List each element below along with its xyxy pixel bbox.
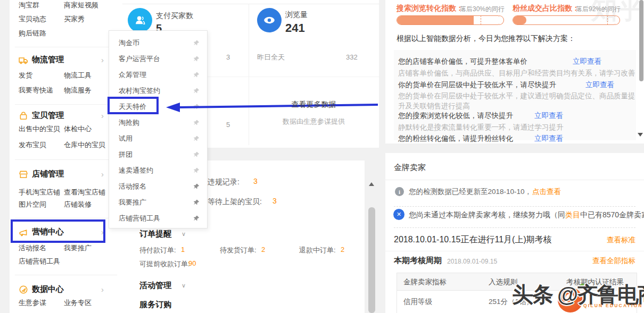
menu-item-label: 我要推广 <box>119 198 146 207</box>
sidebar-link[interactable]: 生意参谋 <box>19 298 46 308</box>
table-header: 金牌卖家指标 <box>403 277 447 287</box>
fail-text-pre: 您尚未通过本期金牌卖家考核，继续努力哦（同 <box>409 210 565 219</box>
sidebar-link[interactable]: 手机淘宝店铺 <box>19 188 60 197</box>
sidebar-link[interactable]: 商家短视频 <box>64 1 98 10</box>
tiantiantejia-highlight-box <box>108 97 159 114</box>
scroll-down-arrow[interactable] <box>638 133 643 137</box>
stat-yesterday-value: 5 <box>226 120 242 130</box>
divider <box>122 4 379 4</box>
menu-item-taoqianggou[interactable]: 淘抢购 <box>109 115 207 131</box>
sidebar-link[interactable]: 仓库中的宝贝 <box>64 140 105 150</box>
sidebar-link[interactable]: 活动报名 <box>19 243 46 253</box>
menu-item-trial[interactable]: 试用 <box>109 131 207 147</box>
recommendation-text: 店铺客单价偏低，与商品供应、目标用户和经营类目均有关系，请学习改善 <box>398 68 635 78</box>
pin-icon[interactable] <box>193 215 200 222</box>
divider <box>394 227 635 228</box>
order-item-count[interactable]: 2 <box>261 246 265 253</box>
sidebar-link[interactable]: 店铺营销工具 <box>19 257 60 266</box>
sidebar-link[interactable]: 物流服务 <box>64 86 92 95</box>
faint-watermark: 知乎 <box>591 0 644 27</box>
menu-item-taojinbi[interactable]: 淘金币 <box>109 35 207 51</box>
sidebar-link[interactable]: 出售中的宝贝 <box>19 124 60 134</box>
violation-count[interactable]: 3 <box>253 177 258 185</box>
menu-item-aliexpress[interactable]: 速卖通签约 <box>109 163 207 179</box>
sidebar-link[interactable]: 业务专区 <box>64 298 92 308</box>
sidebar-link[interactable]: 图片空间 <box>19 200 46 209</box>
marketing-dropdown-menu: 淘金币 客户运营平台 众筹管理 农村淘宝签约 天天特价 淘抢购 试用 拼团 <box>109 30 208 229</box>
sidebar-link[interactable]: 店铺装修 <box>64 200 92 209</box>
view-all-metrics-link[interactable]: 查看全部指标 <box>592 256 635 266</box>
pin-icon[interactable] <box>193 151 200 158</box>
menu-item-store-marketing-tools[interactable]: 店铺营销工具 <box>109 210 207 226</box>
index-label: 粉丝成交占比指数： <box>513 4 580 13</box>
sidebar-link[interactable]: 宝贝动态 <box>19 14 46 24</box>
waiting-items-label: 等待上架的宝贝: <box>208 197 262 207</box>
recommendation-text: 您的货单价在同层级中处于较低水平，建议通过明确货品定位、商品质量提升及关联销售进… <box>398 91 637 111</box>
chevron-right-icon: › <box>101 170 104 178</box>
stat-yesterday-value: 332 <box>346 53 367 62</box>
index-note: 落后30%的同行 <box>460 5 505 14</box>
view-standard-link[interactable]: 查看标准 <box>607 235 635 245</box>
pin-icon[interactable] <box>193 183 200 190</box>
sidebar-link[interactable]: 发布宝贝 <box>19 140 46 150</box>
sidebar-section-data[interactable]: 数据中心 <box>32 284 64 294</box>
pin-icon[interactable] <box>193 199 200 206</box>
table-header-row: 金牌卖家指标 入选规则 考核期内认证结果 <box>397 273 637 291</box>
sidebar-link[interactable]: 淘宝群 <box>19 1 39 10</box>
stat-value: 241 <box>285 21 305 35</box>
menu-item-crowdfunding[interactable]: 众筹管理 <box>109 67 207 83</box>
progress-marker <box>481 15 481 25</box>
sidebar-link[interactable]: 买家秀 <box>64 14 85 24</box>
sidebar-link[interactable]: 我要寄快递 <box>19 86 53 95</box>
pin-icon[interactable] <box>193 167 200 174</box>
order-item-label: 待发货订单: <box>220 246 257 255</box>
pin-icon[interactable] <box>193 136 200 142</box>
menu-item-pintuan[interactable]: 拼团 <box>109 147 207 163</box>
chevron-down-icon[interactable]: ∨ <box>181 282 186 289</box>
pin-icon[interactable] <box>193 120 200 126</box>
activity-management-title[interactable]: 活动管理 <box>139 281 171 291</box>
stat-label: 支付买家数 <box>156 11 193 21</box>
sidebar-section-store[interactable]: 店铺管理 <box>32 169 64 179</box>
order-item-count[interactable]: 1 <box>181 246 185 253</box>
recommendation-text: 您的店铺客单价偏低，可提升整体客单价 <box>398 56 527 66</box>
sidebar-section-items[interactable]: 宝贝管理 <box>32 111 64 121</box>
menu-item-label: 速卖通签约 <box>119 166 153 175</box>
sidebar-link[interactable]: 查看淘宝店铺 <box>64 188 105 197</box>
menu-item-label: 活动报名 <box>119 182 146 191</box>
advance-order-count[interactable]: 90 <box>188 259 196 267</box>
exam-fail-notice: 您尚未通过本期金牌卖家考核，继续努力哦（同类目中已有8570金牌卖家） <box>409 210 644 220</box>
menu-item-customer-platform[interactable]: 客户运营平台 <box>109 51 207 67</box>
category-link[interactable]: 类目 <box>565 210 580 219</box>
scroll-up-arrow[interactable] <box>369 182 374 186</box>
recommendation-text: 您的粉丝转化偏低，请提升粉丝转化 <box>398 133 513 143</box>
service-order-title[interactable]: 服务订购 <box>139 300 171 310</box>
view-now-link[interactable]: 立即查看 <box>585 80 614 90</box>
sidebar-link[interactable]: 物流工具 <box>64 71 92 80</box>
pin-icon[interactable] <box>193 72 200 78</box>
pin-icon[interactable] <box>193 56 200 62</box>
sidebar-link[interactable]: 体检中心 <box>64 124 92 134</box>
sidebar-link[interactable]: 我要推广 <box>64 243 92 253</box>
menu-item-activity-signup[interactable]: 活动报名 <box>109 179 207 194</box>
view-now-link[interactable]: 立即查看 <box>534 133 563 143</box>
view-now-link[interactable]: 立即查看 <box>573 56 601 66</box>
sidebar-section-logistics[interactable]: 物流管理 <box>32 55 64 65</box>
divider <box>394 206 635 207</box>
sidebar-link[interactable]: 发货 <box>19 71 32 80</box>
order-item-count[interactable]: 2 <box>341 246 344 253</box>
sidebar-link[interactable]: 购后链路 <box>19 29 46 38</box>
click-to-view-link[interactable]: 点击查看 <box>532 187 561 197</box>
scrollbar-thumb[interactable] <box>368 207 375 313</box>
pin-icon[interactable] <box>193 88 200 94</box>
menu-item-label: 农村淘宝签约 <box>119 86 160 96</box>
see-more-data-link[interactable]: 查看更多数据 <box>249 100 379 109</box>
gold-seller-panel: 金牌卖家 i 您的检测数据已经更新至2018-10-10， 点击查看 ✕ 您尚未… <box>385 153 644 313</box>
waiting-items-count[interactable]: 3 <box>273 197 277 205</box>
view-now-link[interactable]: 立即查看 <box>534 111 563 121</box>
order-reminder-title[interactable]: 订单提醒 <box>139 229 171 239</box>
chevron-down-icon[interactable]: ∨ <box>181 231 186 238</box>
menu-item-promote[interactable]: 我要推广 <box>109 194 207 210</box>
pin-icon[interactable] <box>193 40 200 46</box>
recommendation-text: 静默转化是搜索流量转化重要一环，请通过学习提升 <box>398 122 564 132</box>
